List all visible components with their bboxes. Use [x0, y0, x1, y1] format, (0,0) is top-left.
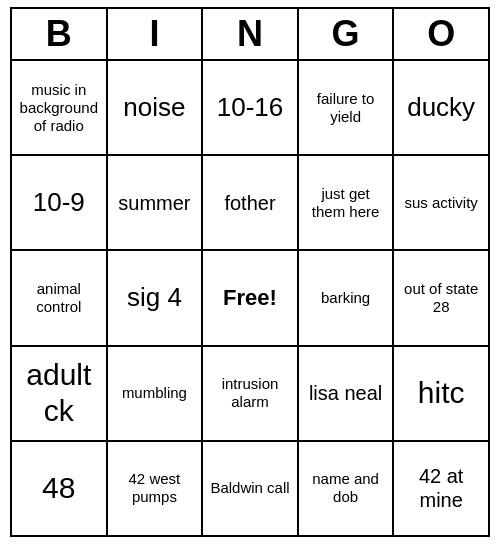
bingo-cell-3-1: mumbling [108, 347, 204, 440]
bingo-cell-4-1: 42 west pumps [108, 442, 204, 535]
bingo-row-1: 10-9summerfotherjust get them heresus ac… [12, 156, 488, 251]
header-letter-o: O [394, 9, 488, 59]
bingo-cell-1-3: just get them here [299, 156, 395, 249]
bingo-cell-4-0: 48 [12, 442, 108, 535]
bingo-cell-3-3: lisa neal [299, 347, 395, 440]
bingo-row-4: 4842 west pumpsBaldwin callname and dob4… [12, 442, 488, 535]
bingo-cell-3-4: hitc [394, 347, 488, 440]
bingo-cell-0-3: failure to yield [299, 61, 395, 154]
bingo-cell-2-1: sig 4 [108, 251, 204, 344]
bingo-cell-2-0: animal control [12, 251, 108, 344]
bingo-row-3: adult ckmumblingintrusion alarmlisa neal… [12, 347, 488, 442]
bingo-row-0: music in background of radionoise10-16fa… [12, 61, 488, 156]
bingo-cell-0-2: 10-16 [203, 61, 299, 154]
bingo-cell-2-2: Free! [203, 251, 299, 344]
bingo-cell-2-3: barking [299, 251, 395, 344]
bingo-cell-0-4: ducky [394, 61, 488, 154]
header-letter-b: B [12, 9, 108, 59]
bingo-grid: music in background of radionoise10-16fa… [12, 61, 488, 535]
bingo-cell-0-1: noise [108, 61, 204, 154]
bingo-cell-1-1: summer [108, 156, 204, 249]
bingo-cell-4-4: 42 at mine [394, 442, 488, 535]
bingo-cell-1-2: fother [203, 156, 299, 249]
header-letter-g: G [299, 9, 395, 59]
bingo-cell-0-0: music in background of radio [12, 61, 108, 154]
header-letter-n: N [203, 9, 299, 59]
bingo-cell-1-4: sus activity [394, 156, 488, 249]
bingo-row-2: animal controlsig 4Free!barkingout of st… [12, 251, 488, 346]
bingo-cell-3-0: adult ck [12, 347, 108, 440]
bingo-cell-3-2: intrusion alarm [203, 347, 299, 440]
bingo-cell-4-3: name and dob [299, 442, 395, 535]
bingo-header: BINGO [12, 9, 488, 61]
bingo-cell-2-4: out of state 28 [394, 251, 488, 344]
bingo-cell-1-0: 10-9 [12, 156, 108, 249]
header-letter-i: I [108, 9, 204, 59]
bingo-card: BINGO music in background of radionoise1… [10, 7, 490, 537]
bingo-cell-4-2: Baldwin call [203, 442, 299, 535]
